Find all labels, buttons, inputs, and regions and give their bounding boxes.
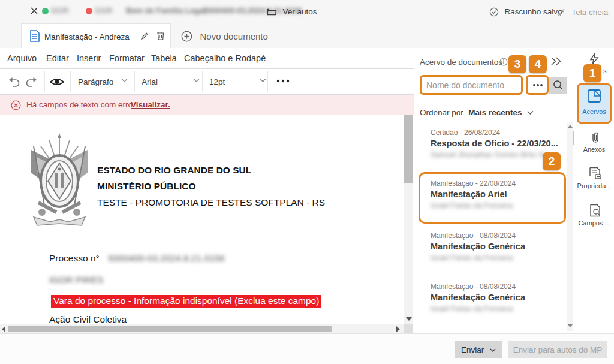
callout-badge-2: 2 [543, 152, 561, 170]
ver-autos-button[interactable]: Ver autos [267, 6, 317, 17]
acervos-label: Acervos [574, 108, 614, 115]
error-field-highlight[interactable]: Vara do processo - Informação indisponív… [51, 295, 321, 308]
preview-eye-icon[interactable] [49, 76, 65, 88]
undo-icon[interactable] [7, 76, 20, 88]
paragraph-style-dropdown[interactable]: Parágrafo [78, 76, 131, 87]
menu-bar: Arquivo Editar Inserir Formatar Tabela C… [0, 48, 414, 69]
item-author-redacted: Israel Farias da Fonseca [431, 305, 525, 313]
list-scroll-down-arrow-icon[interactable] [568, 324, 573, 327]
document-icon [30, 30, 40, 42]
enviar-autos-mp-button[interactable]: Enviar para autos do MP [508, 341, 607, 358]
paperclip-icon[interactable] [589, 131, 600, 144]
list-item[interactable]: Manifestação - 08/08/2024 Manifestação G… [431, 282, 525, 313]
collapse-panel-icon[interactable] [550, 56, 563, 66]
case-type-label: Bem de Família Legal [126, 6, 206, 15]
fullscreen-button[interactable]: Tela cheia [556, 7, 608, 17]
error-banner-message: Há campos de texto com erro. [26, 100, 135, 109]
process-label: Processo n° [49, 253, 100, 263]
rio-grande-do-sul-coat-of-arms [26, 133, 92, 229]
list-scroll-up-arrow-icon[interactable] [568, 125, 573, 128]
error-banner: Há campos de texto com erro. Visualizar. [0, 95, 414, 115]
document-name-search-input[interactable] [420, 75, 523, 95]
fullscreen-label: Tela cheia [571, 8, 608, 17]
process-number-redacted: 5000400-03.2024.8.21.0156 [108, 253, 225, 263]
new-document-label: Novo documento [200, 31, 267, 41]
chevron-down-icon [260, 78, 266, 83]
redo-icon[interactable] [25, 76, 38, 88]
status-label-b: GGR [95, 6, 113, 15]
draft-status-label: Rascunho salvo [504, 7, 562, 16]
list-item[interactable]: Certidão - 26/08/2024 Resposta de Ofício… [431, 128, 558, 159]
font-size-dropdown[interactable]: 12pt [209, 76, 269, 87]
sidebar-item-anexos[interactable]: Anexos [574, 146, 614, 153]
enviar-button[interactable]: Enviar [455, 341, 502, 358]
item-meta: Manifestação - 22/08/2024 [431, 179, 516, 188]
party-name-redacted: IGOR PIRES [49, 275, 103, 285]
menu-formatar[interactable]: Formatar [109, 53, 145, 63]
chevron-down-icon [490, 348, 496, 353]
scroll-left-arrow-icon[interactable] [2, 326, 5, 332]
close-icon[interactable] [30, 7, 38, 15]
list-item[interactable]: Manifestação - 08/08/2024 Manifestação G… [431, 231, 525, 262]
item-title: Manifestação Genérica [431, 293, 525, 302]
rename-pencil-icon[interactable] [140, 31, 149, 41]
editor-vertical-scrollbar-thumb[interactable] [404, 115, 413, 183]
font-size-value: 12pt [209, 77, 225, 86]
scroll-down-arrow-icon[interactable] [406, 317, 412, 321]
search-button[interactable] [549, 77, 567, 94]
document-canvas[interactable]: ESTADO DO RIO GRANDE DO SUL MINISTÉRIO P… [0, 115, 404, 324]
properties-icon[interactable] [589, 167, 602, 180]
format-toolbar: Parágrafo Arial 12pt [0, 69, 414, 95]
list-item-selected[interactable]: Manifestação - 22/08/2024 Manifestação A… [431, 179, 516, 210]
callout-badge-3: 3 [508, 55, 526, 73]
check-circle-icon [489, 7, 499, 17]
enviar-autos-mp-label: Enviar para autos do MP [513, 345, 603, 354]
item-title: Manifestação Ariel [431, 189, 516, 199]
rail-divider [574, 48, 574, 333]
lightning-icon[interactable] [589, 53, 600, 65]
fields-search-icon[interactable] [589, 204, 601, 217]
callout-badge-4: 4 [529, 55, 547, 73]
more-tools-icon[interactable] [276, 79, 290, 83]
error-banner-visualizar-link[interactable]: Visualizar. [131, 100, 170, 109]
menu-tabela[interactable]: Tabela [151, 53, 177, 63]
item-meta: Certidão - 26/08/2024 [431, 128, 558, 137]
editor-window: GGR GGR Bem de Família Legal 5000400-03.… [0, 0, 614, 364]
subject-line: Ação Civil Coletiva [49, 314, 127, 324]
paragraph-style-value: Parágrafo [78, 77, 113, 86]
new-document-button[interactable]: Novo documento [181, 31, 268, 42]
info-icon[interactable] [499, 58, 508, 66]
search-options-button[interactable] [526, 75, 549, 95]
acervo-panel-title: Acervo de documentos [420, 58, 502, 67]
document-tab-title: Manifestação - Andreza [44, 32, 130, 41]
sidebar-item-campos[interactable]: Campos ... [574, 219, 614, 227]
draft-status: Rascunho salvo [489, 6, 562, 17]
chevron-down-icon [193, 78, 200, 83]
error-circle-x-icon [11, 100, 21, 110]
list-scrollbar[interactable] [567, 122, 573, 331]
delete-trash-icon[interactable] [156, 31, 165, 41]
folder-icon [267, 7, 277, 16]
ver-autos-label: Ver autos [282, 7, 317, 16]
scroll-right-arrow-icon[interactable] [396, 326, 400, 332]
font-family-dropdown[interactable]: Arial [142, 76, 201, 87]
font-family-value: Arial [142, 77, 158, 86]
rail-scrollbar-thumb[interactable] [573, 131, 574, 145]
rail-item-label-fragment: s [603, 67, 607, 74]
status-dot-red [86, 8, 92, 14]
item-title: Resposta de Ofício - 22/03/20... [431, 139, 558, 148]
sort-dropdown[interactable]: Ordenar por Mais recentes [420, 107, 534, 118]
scrollbar-corner [404, 324, 413, 333]
menu-inserir[interactable]: Inserir [77, 53, 101, 63]
item-meta: Manifestação - 08/08/2024 [431, 231, 525, 240]
chevron-down-icon [121, 78, 128, 83]
menu-arquivo[interactable]: Arquivo [7, 53, 37, 63]
editor-horizontal-scrollbar-thumb[interactable] [8, 326, 332, 332]
menu-cabecalho-rodape[interactable]: Cabeçalho e Rodapé [184, 53, 266, 63]
menu-editar[interactable]: Editar [46, 53, 69, 63]
collapse-arrows-icon [556, 8, 565, 17]
status-dot-green [42, 8, 49, 14]
org-line-1: ESTADO DO RIO GRANDE DO SUL [97, 162, 325, 178]
sidebar-item-propriedades[interactable]: Proprieda... [574, 182, 614, 189]
item-author-redacted: Israel Farias da Fonseca [431, 201, 516, 210]
